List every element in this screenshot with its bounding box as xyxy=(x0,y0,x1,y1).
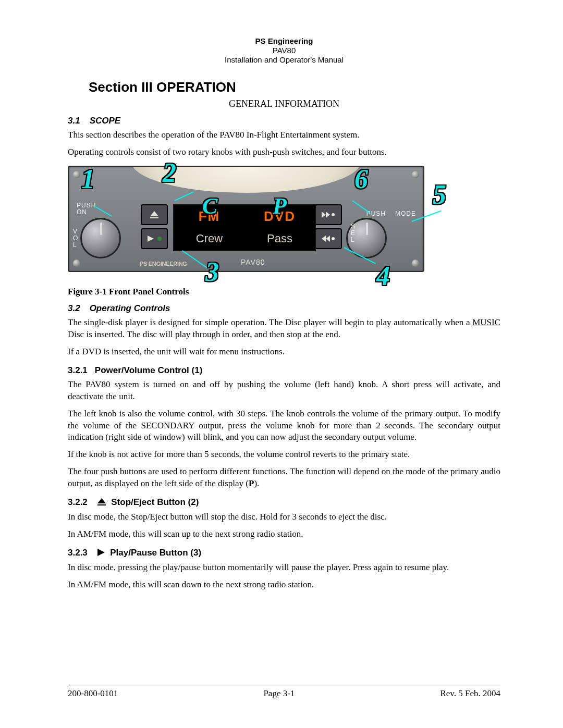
label-model: PAV80 xyxy=(241,258,265,266)
svg-marker-7 xyxy=(326,236,330,242)
brand-logo: PS ENGINEERING xyxy=(140,261,187,267)
rewind-button-icon xyxy=(315,228,342,249)
led-icon xyxy=(157,237,162,241)
play-icon xyxy=(97,548,105,559)
callout-5: 5 xyxy=(433,179,446,210)
page-footer: 200-800-0101 Page 3-1 Rev. 5 Feb. 2004 xyxy=(68,685,500,699)
paragraph: The four push buttons are used to perfor… xyxy=(68,466,500,490)
paragraph: In AM/FM mode, this will scan up to the … xyxy=(68,528,500,540)
svg-marker-0 xyxy=(150,211,158,216)
heading-text: SCOPE xyxy=(90,116,121,126)
lcd-pass: Pass xyxy=(244,228,315,250)
svg-marker-11 xyxy=(97,549,105,556)
heading-text: Play/Pause Button (3) xyxy=(110,548,201,558)
heading-stop-eject: 3.2.2 Stop/Eject Button (2) xyxy=(68,497,500,508)
heading-text: Operating Controls xyxy=(90,303,170,313)
text: The four push buttons are used to perfor… xyxy=(68,466,500,488)
text-bold: P xyxy=(249,478,254,488)
device-panel: PUSH ON V O L PUSH MODE S E L PAV80 PS E… xyxy=(68,166,424,272)
svg-rect-1 xyxy=(150,217,158,218)
heading-play-pause: 3.2.3 Play/Pause Button (3) xyxy=(68,548,500,559)
product-name: PAV80 xyxy=(68,46,500,55)
section-title: Section III OPERATION xyxy=(89,79,500,95)
paragraph: The single-disk player is designed for s… xyxy=(68,317,500,341)
lcd-crew: Crew xyxy=(174,228,244,250)
label-push-on: PUSH ON xyxy=(77,202,96,216)
screw-icon xyxy=(412,260,419,267)
paragraph: This section describes the operation of … xyxy=(68,129,500,141)
heading-scope: 3.1SCOPE xyxy=(68,116,500,126)
callout-6: 6 xyxy=(354,164,368,194)
callout-4: 4 xyxy=(376,261,390,291)
heading-power-volume: 3.2.1Power/Volume Control (1) xyxy=(68,365,500,376)
lcd-display: FM DVD Crew Pass xyxy=(173,204,316,251)
paragraph: If the knob is not active for more than … xyxy=(68,449,500,461)
heading-number: 3.2.3 xyxy=(68,548,88,558)
footer-revision: Rev. 5 Feb. 2004 xyxy=(440,688,500,699)
play-button-icon xyxy=(141,228,168,249)
paragraph: Operating controls consist of two rotary… xyxy=(68,146,500,158)
page-header: PS Engineering PAV80 Installation and Op… xyxy=(68,36,500,65)
svg-marker-2 xyxy=(148,236,154,242)
heading-number: 3.2.1 xyxy=(68,365,88,375)
paragraph: In disc mode, pressing the play/pause bu… xyxy=(68,562,500,574)
label-vol: V O L xyxy=(73,228,78,249)
paragraph: In disc mode, the Stop/Eject button will… xyxy=(68,511,500,523)
manual-page: PS Engineering PAV80 Installation and Op… xyxy=(0,0,563,728)
paragraph: The left knob is also the volume control… xyxy=(68,408,500,444)
figure-front-panel: PUSH ON V O L PUSH MODE S E L PAV80 PS E… xyxy=(68,164,500,283)
svg-marker-6 xyxy=(322,236,326,242)
heading-text: Stop/Eject Button (2) xyxy=(111,497,199,507)
fast-forward-button-icon xyxy=(315,204,342,225)
screw-icon xyxy=(73,260,80,267)
svg-marker-9 xyxy=(97,498,106,503)
eject-button-icon xyxy=(141,204,168,225)
heading-number: 3.2.2 xyxy=(68,497,88,507)
text: ). xyxy=(254,478,259,488)
svg-rect-10 xyxy=(97,504,106,505)
paragraph: If a DVD is inserted, the unit will wait… xyxy=(68,346,500,358)
text: Disc is inserted. The disc will play thr… xyxy=(68,329,340,339)
paragraph: The PAV80 system is turned on and off by… xyxy=(68,379,500,403)
paragraph: In AM/FM mode, this will scan down to th… xyxy=(68,579,500,591)
screw-icon xyxy=(412,171,419,178)
screw-icon xyxy=(73,171,80,178)
callout-P: P xyxy=(273,193,287,219)
footer-page: Page 3-1 xyxy=(263,688,295,699)
manual-name: Installation and Operator's Manual xyxy=(68,55,500,65)
svg-point-5 xyxy=(332,213,335,216)
label-mode: MODE xyxy=(395,211,416,217)
heading-number: 3.1 xyxy=(68,116,80,126)
label-sel: S E L xyxy=(351,223,356,244)
callout-2: 2 xyxy=(163,157,176,188)
footer-doc-number: 200-800-0101 xyxy=(68,688,118,699)
callout-C: C xyxy=(202,193,217,219)
company-name: PS Engineering xyxy=(68,36,500,46)
section-subtitle: GENERAL INFORMATION xyxy=(68,98,500,109)
svg-marker-3 xyxy=(322,212,326,218)
heading-text: Power/Volume Control (1) xyxy=(95,365,203,375)
eject-icon xyxy=(97,498,106,508)
callout-3: 3 xyxy=(205,256,219,287)
callout-1: 1 xyxy=(81,164,95,194)
svg-marker-4 xyxy=(326,212,330,218)
text: The single-disk player is designed for s… xyxy=(68,317,472,327)
heading-number: 3.2 xyxy=(68,303,80,313)
heading-operating-controls: 3.2Operating Controls xyxy=(68,303,500,314)
svg-point-8 xyxy=(332,237,335,240)
volume-knob xyxy=(80,218,121,258)
figure-caption: Figure 3-1 Front Panel Controls xyxy=(68,287,500,297)
text-music: MUSIC xyxy=(472,317,500,327)
